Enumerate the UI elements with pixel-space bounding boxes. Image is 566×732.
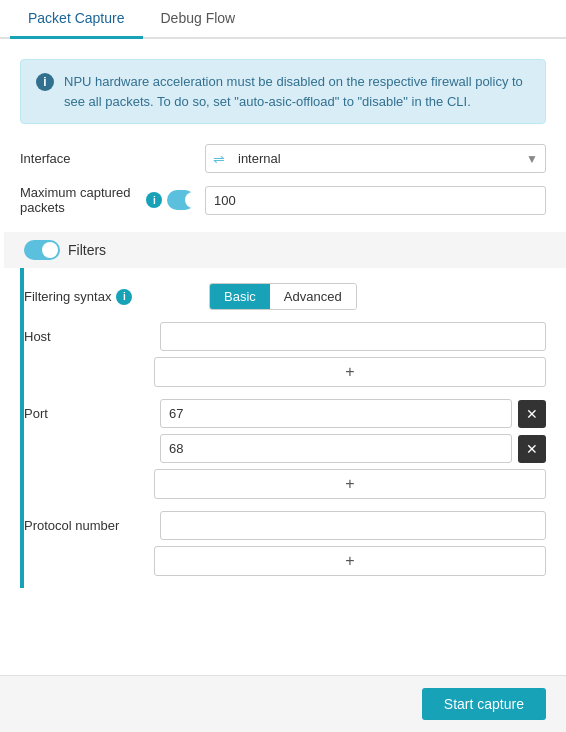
max-packets-label: Maximum captured packets i (20, 185, 195, 215)
protocol-add-row: + (154, 546, 546, 576)
host-add-btn[interactable]: + (154, 357, 546, 387)
tabs-bar: Packet Capture Debug Flow (0, 0, 566, 39)
port-input-1[interactable] (160, 434, 512, 463)
port-label: Port (24, 406, 154, 421)
filters-toggle[interactable] (24, 240, 60, 260)
protocol-label: Protocol number (24, 518, 154, 533)
interface-select[interactable]: internal external dmz (205, 144, 546, 173)
syntax-advanced-btn[interactable]: Advanced (270, 284, 356, 309)
protocol-add-btn[interactable]: + (154, 546, 546, 576)
info-message: NPU hardware acceleration must be disabl… (64, 72, 530, 111)
info-box: i NPU hardware acceleration must be disa… (20, 59, 546, 124)
protocol-row: Protocol number (24, 511, 546, 540)
start-capture-button[interactable]: Start capture (422, 688, 546, 720)
tab-packet-capture[interactable]: Packet Capture (10, 0, 143, 39)
port-row-0: Port ✕ (24, 399, 546, 428)
port-group: Port ✕ ✕ + (24, 399, 546, 499)
max-packets-toggle-slider (167, 190, 195, 210)
max-packets-toggle[interactable] (167, 190, 195, 210)
host-input-0[interactable] (160, 322, 546, 351)
filtering-syntax-row: Filtering syntax i Basic Advanced (24, 283, 546, 310)
interface-label: Interface (20, 151, 195, 166)
interface-select-wrapper: ⇌ internal external dmz ▼ (205, 144, 546, 173)
filters-section: Filters Filtering syntax i Basic Advance… (20, 232, 546, 588)
protocol-group: Protocol number + (24, 511, 546, 576)
footer-bar: Start capture (0, 675, 566, 732)
filters-toggle-slider (24, 240, 60, 260)
host-add-row: + (154, 357, 546, 387)
tab-debug-flow[interactable]: Debug Flow (143, 0, 254, 39)
interface-row: Interface ⇌ internal external dmz ▼ (20, 144, 546, 173)
host-group: Host + (24, 322, 546, 387)
port-add-btn[interactable]: + (154, 469, 546, 499)
max-packets-input[interactable] (205, 186, 546, 215)
host-label: Host (24, 329, 154, 344)
filters-header: Filters (4, 232, 566, 268)
max-packets-info-icon[interactable]: i (146, 192, 162, 208)
port-remove-btn-1[interactable]: ✕ (518, 435, 546, 463)
filtering-syntax-info-icon[interactable]: i (116, 289, 132, 305)
port-input-0[interactable] (160, 399, 512, 428)
filtering-syntax-label: Filtering syntax i (24, 289, 199, 305)
host-row: Host (24, 322, 546, 351)
port-row-1: ✕ (24, 434, 546, 463)
syntax-btn-group: Basic Advanced (209, 283, 357, 310)
filters-label: Filters (68, 242, 106, 258)
syntax-basic-btn[interactable]: Basic (210, 284, 270, 309)
port-add-row: + (154, 469, 546, 499)
port-remove-btn-0[interactable]: ✕ (518, 400, 546, 428)
protocol-input-0[interactable] (160, 511, 546, 540)
main-content: i NPU hardware acceleration must be disa… (0, 39, 566, 675)
max-packets-row: Maximum captured packets i (20, 185, 546, 215)
info-icon: i (36, 73, 54, 91)
